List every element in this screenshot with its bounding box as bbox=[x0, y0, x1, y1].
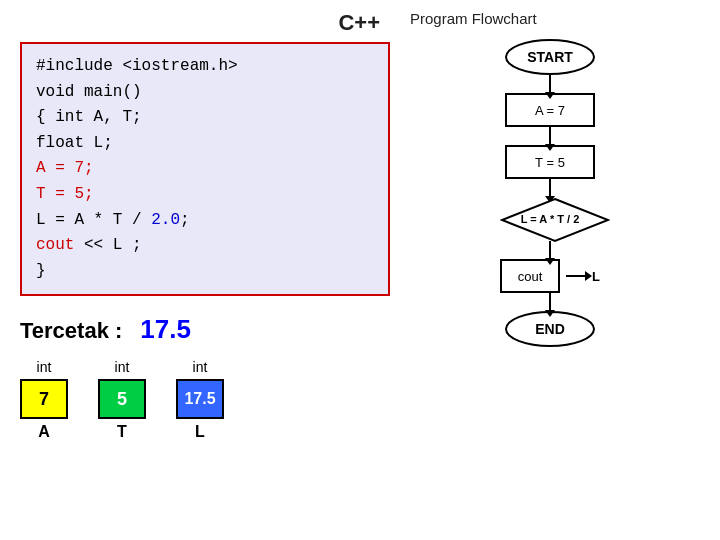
fc-step1-label: A = 7 bbox=[535, 103, 565, 118]
code-box: #include <iostream.h> void main() { int … bbox=[20, 42, 390, 296]
vars-row: int 7 A int 5 T int 17.5 L bbox=[20, 359, 390, 441]
code-l-post: ; bbox=[180, 211, 190, 229]
var-type-t: int bbox=[115, 359, 130, 375]
fc-l-label: L bbox=[592, 269, 600, 284]
var-box-t: 5 bbox=[98, 379, 146, 419]
code-line-3: { int A, T; bbox=[36, 105, 374, 131]
var-val-t: 5 bbox=[117, 389, 127, 410]
fc-arrow-4 bbox=[549, 241, 551, 259]
var-name-t: T bbox=[117, 423, 127, 441]
var-name-a: A bbox=[38, 423, 50, 441]
var-box-l: 17.5 bbox=[176, 379, 224, 419]
fc-cout-label: cout bbox=[518, 269, 543, 284]
var-type-l: int bbox=[193, 359, 208, 375]
code-l-pre: L = A * T / bbox=[36, 211, 151, 229]
fc-arrow-5 bbox=[549, 293, 551, 311]
code-line-1: #include <iostream.h> bbox=[36, 54, 374, 80]
var-name-l: L bbox=[195, 423, 205, 441]
fc-step3-label: L = A * T / 2 bbox=[521, 213, 580, 225]
fc-start-label: START bbox=[527, 49, 573, 65]
fc-arrow-right bbox=[566, 275, 586, 277]
main-container: C++ #include <iostream.h> void main() { … bbox=[0, 0, 720, 540]
code-cout: cout bbox=[36, 236, 74, 254]
var-col-t: int 5 T bbox=[98, 359, 146, 441]
flowchart: START A = 7 T = 5 L = A * T / 2 bbox=[500, 39, 600, 347]
fc-arrow-3 bbox=[549, 179, 551, 197]
code-t5: T = 5; bbox=[36, 185, 94, 203]
right-panel: Program Flowchart START A = 7 T = 5 bbox=[400, 10, 700, 530]
code-line-5: A = 7; bbox=[36, 156, 374, 182]
code-cout-post: << L ; bbox=[74, 236, 141, 254]
code-line-2: void main() bbox=[36, 80, 374, 106]
code-line-8: cout << L ; bbox=[36, 233, 374, 259]
code-line-6: T = 5; bbox=[36, 182, 374, 208]
var-box-a: 7 bbox=[20, 379, 68, 419]
var-val-l: 17.5 bbox=[184, 390, 215, 408]
left-panel: C++ #include <iostream.h> void main() { … bbox=[20, 10, 400, 530]
var-type-a: int bbox=[37, 359, 52, 375]
code-line-7: L = A * T / 2.0; bbox=[36, 208, 374, 234]
code-line-4: float L; bbox=[36, 131, 374, 157]
tercetak-value: 17.5 bbox=[140, 314, 191, 345]
code-l-blue: 2.0 bbox=[151, 211, 180, 229]
code-line-9: } bbox=[36, 259, 374, 285]
var-col-l: int 17.5 L bbox=[176, 359, 224, 441]
fc-arrow-2 bbox=[549, 127, 551, 145]
var-col-a: int 7 A bbox=[20, 359, 68, 441]
cpp-title: C++ bbox=[20, 10, 390, 36]
fc-step2-label: T = 5 bbox=[535, 155, 565, 170]
code-a7: A = 7; bbox=[36, 159, 94, 177]
tercetak-label: Tercetak : bbox=[20, 318, 122, 344]
fc-step3: L = A * T / 2 bbox=[500, 197, 600, 241]
var-val-a: 7 bbox=[39, 389, 49, 410]
fc-arrow-1 bbox=[549, 75, 551, 93]
tercetak-row: Tercetak : 17.5 bbox=[20, 314, 390, 345]
flowchart-title: Program Flowchart bbox=[410, 10, 537, 27]
fc-end-label: END bbox=[535, 321, 565, 337]
fc-start: START bbox=[505, 39, 595, 75]
